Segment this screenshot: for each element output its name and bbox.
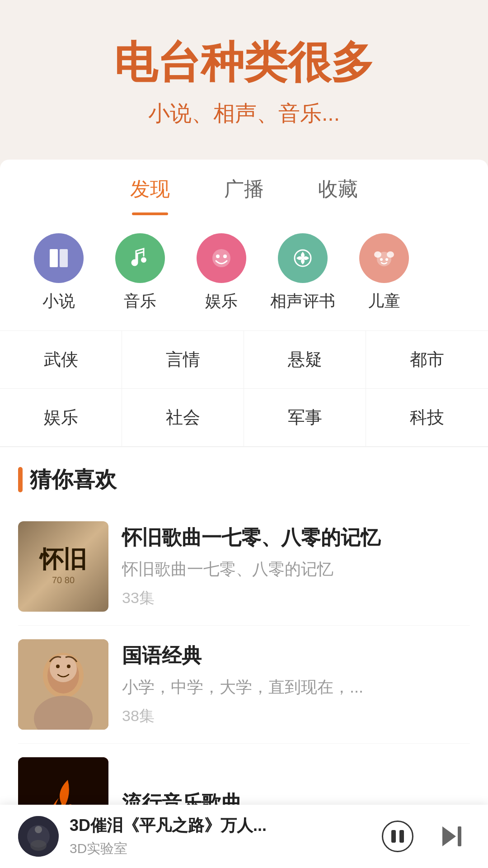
entertainment-icon	[197, 233, 246, 283]
content-item-2[interactable]: 国语经典 小学，中学，大学，直到现在，... 38集	[18, 626, 470, 744]
category-music[interactable]: 音乐	[99, 233, 181, 312]
svg-point-18	[56, 665, 60, 668]
content-desc-2: 小学，中学，大学，直到现在，...	[122, 676, 470, 698]
svg-point-3	[141, 257, 146, 263]
tab-broadcast[interactable]: 广播	[215, 160, 273, 215]
content-title-1: 怀旧歌曲一七零、八零的记忆	[122, 524, 470, 550]
now-playing-bar[interactable]: 3D催泪《平凡之路》万人... 3D实验室	[0, 805, 488, 868]
tag-entertainment[interactable]: 娱乐	[0, 389, 122, 447]
hero-section: 电台种类很多 小说、相声、音乐...	[0, 0, 488, 146]
svg-point-11	[380, 258, 383, 261]
tag-military[interactable]: 军事	[244, 389, 366, 447]
now-playing-artist: 3D实验室	[70, 840, 369, 858]
now-playing-controls	[380, 818, 470, 854]
now-playing-thumbnail	[18, 816, 59, 857]
thumbnail-2	[18, 639, 108, 730]
svg-point-12	[385, 258, 388, 261]
pause-icon	[382, 821, 413, 852]
content-desc-1: 怀旧歌曲一七零、八零的记忆	[122, 558, 470, 580]
main-content: 小说 音乐 娱乐	[0, 215, 488, 868]
tab-favorites[interactable]: 收藏	[309, 160, 367, 215]
category-novel[interactable]: 小说	[18, 233, 99, 312]
novel-label: 小说	[42, 290, 75, 312]
hero-title: 电台种类很多	[27, 36, 461, 88]
thumbnail-1: 怀旧 70 80	[18, 521, 108, 612]
now-playing-info: 3D催泪《平凡之路》万人... 3D实验室	[70, 815, 369, 858]
tags-grid: 武侠 言情 悬疑 都市 娱乐 社会 军事 科技	[0, 331, 488, 447]
content-title-2: 国语经典	[122, 642, 470, 668]
content-count-1: 33集	[122, 588, 470, 609]
recommend-header: 猜你喜欢	[0, 447, 488, 508]
tag-city[interactable]: 都市	[366, 331, 488, 389]
svg-point-2	[132, 260, 137, 265]
svg-point-6	[223, 255, 227, 258]
next-icon	[442, 826, 461, 846]
category-icons-row: 小说 音乐 娱乐	[0, 215, 488, 331]
category-children[interactable]: 儿童	[343, 233, 425, 312]
category-entertainment[interactable]: 娱乐	[181, 233, 262, 312]
recommend-title: 猜你喜欢	[30, 465, 117, 494]
now-playing-title: 3D催泪《平凡之路》万人...	[70, 815, 369, 837]
svg-point-10	[387, 251, 394, 258]
next-button[interactable]	[434, 818, 470, 854]
tag-yanqing[interactable]: 言情	[122, 331, 244, 389]
category-crosstalk[interactable]: 相声评书	[262, 233, 343, 312]
novel-icon	[34, 233, 84, 283]
svg-point-4	[212, 249, 230, 267]
tab-discover[interactable]: 发现	[121, 160, 179, 215]
children-icon	[359, 233, 409, 283]
hero-subtitle: 小说、相声、音乐...	[27, 99, 461, 128]
svg-point-16	[50, 655, 77, 682]
tag-society[interactable]: 社会	[122, 389, 244, 447]
svg-rect-0	[50, 249, 58, 267]
svg-point-25	[30, 840, 47, 851]
svg-point-5	[216, 255, 220, 258]
svg-point-24	[35, 826, 42, 833]
music-label: 音乐	[124, 290, 156, 312]
svg-point-19	[67, 665, 70, 668]
pause-button[interactable]	[380, 818, 416, 854]
music-icon	[115, 233, 165, 283]
content-count-2: 38集	[122, 706, 470, 726]
tab-bar: 发现 广播 收藏	[0, 160, 488, 215]
content-item-1[interactable]: 怀旧 70 80 怀旧歌曲一七零、八零的记忆 怀旧歌曲一七零、八零的记忆 33集	[18, 508, 470, 626]
content-info-2: 国语经典 小学，中学，大学，直到现在，... 38集	[122, 639, 470, 730]
children-label: 儿童	[368, 290, 400, 312]
svg-rect-1	[60, 249, 68, 267]
entertainment-label: 娱乐	[205, 290, 238, 312]
tag-suspense[interactable]: 悬疑	[244, 331, 366, 389]
content-info-1: 怀旧歌曲一七零、八零的记忆 怀旧歌曲一七零、八零的记忆 33集	[122, 521, 470, 612]
tag-tech[interactable]: 科技	[366, 389, 488, 447]
section-indicator	[18, 467, 23, 492]
crosstalk-icon	[278, 233, 328, 283]
tag-wuxia[interactable]: 武侠	[0, 331, 122, 389]
svg-point-9	[374, 251, 381, 258]
crosstalk-label: 相声评书	[270, 290, 335, 312]
